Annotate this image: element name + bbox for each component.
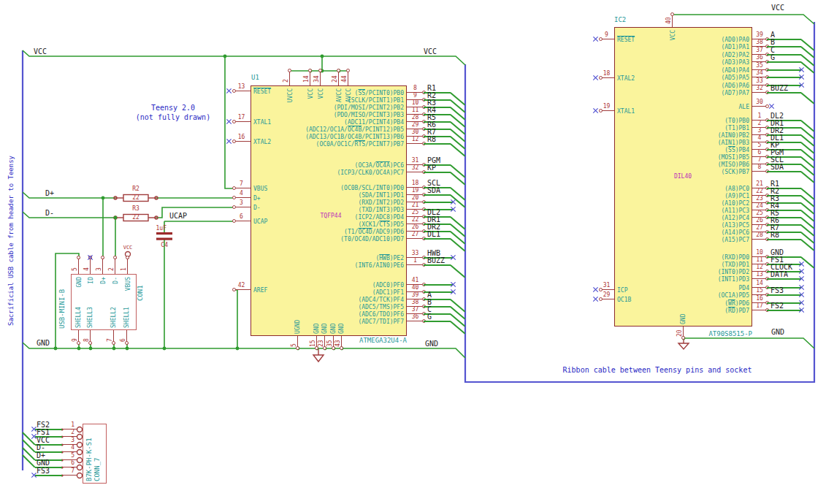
net-label-vcc-top-right: VCC: [771, 4, 784, 12]
teensy-note-line2: (not fully drawn): [107, 113, 239, 121]
wire: [767, 69, 801, 71]
pin-number: 29: [408, 122, 423, 128]
pin-name: VBUS: [253, 186, 371, 192]
net-label: B: [770, 39, 775, 46]
pin-line: [407, 143, 424, 144]
no-connect-icon: [226, 88, 232, 93]
pin-name: (A13)PC5: [632, 222, 749, 229]
pin-number: 31: [408, 158, 423, 164]
pin-line: [62, 475, 77, 476]
pin-name: (OC3A/OC4A)PC6: [286, 162, 404, 169]
pin-line: [90, 258, 91, 274]
schematic-canvas[interactable]: VCC VCC VCC GND GND GND D+ D- UCAP Teens…: [0, 0, 826, 504]
pin-name: (TXD)PD1: [632, 261, 749, 268]
pin-number: 9: [72, 338, 78, 342]
wire: [767, 294, 801, 296]
pin-number: 6: [753, 150, 766, 156]
pin-name: AVCC: [345, 88, 352, 102]
pin-name: (AD4)PA4: [632, 67, 749, 74]
pin-number: 41: [408, 278, 423, 283]
no-connect-icon: [451, 282, 456, 287]
pin-line: [407, 238, 424, 239]
pin-number: 3: [96, 267, 102, 271]
pin-number: 44: [342, 75, 348, 83]
pin-number: 11: [408, 107, 423, 113]
pin-end-circle: [113, 256, 117, 259]
r2-ref: R2: [123, 186, 148, 192]
pin-number: 11: [753, 257, 766, 263]
pin-end-circle: [670, 12, 674, 16]
net-label: BUZZ: [427, 257, 445, 264]
pin-end-circle: [126, 256, 129, 259]
pin-end-circle: [308, 69, 312, 72]
pin-name: (INT1)PD3: [632, 276, 749, 283]
no-connect-icon: [799, 292, 804, 297]
no-connect-icon: [769, 104, 774, 109]
pin-end-circle: [101, 256, 104, 259]
pin-name: (AD6)PA6: [632, 83, 749, 89]
pin-number: 1: [408, 258, 423, 264]
pin-name: (A9)PC1: [632, 193, 749, 199]
pin-number: 8: [84, 338, 90, 342]
net-label-ucap: UCAP: [169, 213, 187, 220]
no-connect-icon: [31, 434, 37, 439]
pin-line: [310, 71, 310, 85]
pin-name: (RD)PD7: [632, 308, 749, 314]
no-connect-icon: [799, 308, 804, 313]
pin-number: 4: [234, 191, 249, 196]
pin-line: [338, 71, 339, 85]
no-connect-icon: [799, 300, 804, 305]
pin-number: 28: [408, 115, 423, 121]
no-connect-icon: [226, 119, 232, 124]
pin-line: [127, 258, 128, 274]
pin-number: 13: [753, 272, 766, 278]
no-connect-icon: [31, 427, 37, 432]
pin-number: 7: [64, 468, 74, 474]
pin-number: 19: [600, 104, 613, 110]
pin-number: 3: [234, 200, 249, 206]
wire: [35, 475, 62, 476]
net-label: DL1: [427, 231, 440, 238]
net-label: GND: [37, 459, 50, 467]
pin-name: (A15)PC7: [632, 237, 749, 243]
pin-number: 16: [753, 296, 766, 302]
pin-number: 14: [753, 280, 766, 286]
wire: [424, 321, 451, 322]
no-connect-icon: [31, 473, 37, 478]
pin-number: 25: [753, 210, 766, 216]
pin-name: (AD5)PA5: [632, 75, 749, 81]
usb-ref: CON1: [137, 285, 144, 301]
pin-number: 3: [753, 128, 766, 134]
pin-number: 2: [109, 267, 115, 271]
pin-number: 9: [408, 93, 423, 99]
pin-line: [234, 121, 251, 122]
pin-number: 30: [753, 99, 766, 105]
no-connect-icon: [451, 255, 456, 260]
net-label: SDA: [427, 187, 440, 194]
pin-number: 5: [72, 267, 78, 271]
no-connect-icon: [88, 255, 93, 260]
wire: [767, 278, 801, 280]
pin-name: (A12)PC4: [632, 215, 749, 221]
net-label: D-: [37, 444, 45, 451]
pin-number: 37: [753, 47, 766, 53]
pin-number: 20: [408, 195, 423, 201]
pin-line: [407, 172, 424, 172]
pin-line: [672, 15, 673, 27]
net-label: G: [427, 313, 432, 321]
net-label: FS2: [770, 302, 784, 310]
pin-name: (T1)PB1: [632, 125, 749, 131]
pin-number: 5: [753, 142, 766, 148]
wire: [767, 310, 801, 311]
net-label-vcc-left: VCC: [34, 48, 47, 56]
pin-number: 5: [291, 343, 297, 347]
pin-number: 17: [753, 303, 766, 309]
pin-number: 1: [753, 113, 766, 119]
pin-line: [234, 141, 251, 142]
pin-number: 6: [121, 338, 126, 342]
net-label-dplus: D+: [45, 190, 54, 197]
pin-name: D-: [112, 277, 119, 284]
pin-line: [752, 92, 767, 93]
pin-name: D-: [253, 205, 371, 211]
pin-name: XTAL2: [253, 139, 371, 145]
